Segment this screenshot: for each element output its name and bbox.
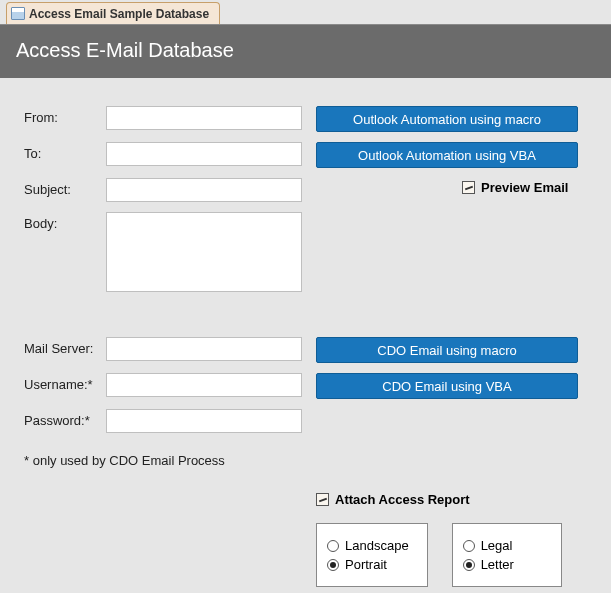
btn-outlook-vba[interactable]: Outlook Automation using VBA [316, 142, 578, 168]
radio-label-legal: Legal [481, 538, 513, 553]
radio-circle-icon [463, 559, 475, 571]
row-from: From: Outlook Automation using macro [24, 106, 587, 132]
footnote-cdo: * only used by CDO Email Process [24, 453, 587, 468]
label-from: From: [24, 106, 106, 125]
radio-label-letter: Letter [481, 557, 514, 572]
label-to: To: [24, 142, 106, 161]
radio-circle-icon [327, 540, 339, 552]
tab-title: Access Email Sample Database [29, 7, 209, 21]
radio-legal[interactable]: Legal [463, 538, 543, 553]
label-preview-email: Preview Email [481, 180, 568, 195]
page-title: Access E-Mail Database [16, 39, 234, 61]
label-attach-report: Attach Access Report [335, 492, 470, 507]
row-username: Username:* CDO Email using VBA [24, 373, 587, 399]
attach-area: Attach Access Report Landscape Portrait … [316, 492, 587, 587]
input-subject[interactable] [106, 178, 302, 202]
radio-label-landscape: Landscape [345, 538, 409, 553]
label-password: Password:* [24, 409, 106, 428]
tab-access-email-sample-db[interactable]: Access Email Sample Database [6, 2, 220, 24]
radio-circle-icon [327, 559, 339, 571]
row-body: Body: [24, 212, 587, 295]
form-body: From: Outlook Automation using macro To:… [0, 78, 611, 593]
radio-label-portrait: Portrait [345, 557, 387, 572]
btn-cdo-vba[interactable]: CDO Email using VBA [316, 373, 578, 399]
input-username[interactable] [106, 373, 302, 397]
input-body[interactable] [106, 212, 302, 292]
input-from[interactable] [106, 106, 302, 130]
radio-circle-icon [463, 540, 475, 552]
label-body: Body: [24, 212, 106, 231]
radio-landscape[interactable]: Landscape [327, 538, 409, 553]
checkbox-attach-report[interactable] [316, 493, 329, 506]
row-to: To: Outlook Automation using VBA [24, 142, 587, 168]
btn-cdo-macro[interactable]: CDO Email using macro [316, 337, 578, 363]
group-orientation: Landscape Portrait [316, 523, 428, 587]
checkbox-preview-email[interactable] [462, 181, 475, 194]
label-mailserver: Mail Server: [24, 337, 106, 356]
row-password: Password:* [24, 409, 587, 433]
row-mailserver: Mail Server: CDO Email using macro [24, 337, 587, 363]
tab-bar: Access Email Sample Database [0, 0, 611, 24]
input-password[interactable] [106, 409, 302, 433]
form-header: Access E-Mail Database [0, 24, 611, 78]
input-to[interactable] [106, 142, 302, 166]
label-username: Username:* [24, 373, 106, 392]
group-paper: Legal Letter [452, 523, 562, 587]
input-mailserver[interactable] [106, 337, 302, 361]
form-icon [11, 7, 25, 20]
label-subject: Subject: [24, 178, 106, 197]
btn-outlook-macro[interactable]: Outlook Automation using macro [316, 106, 578, 132]
radio-portrait[interactable]: Portrait [327, 557, 409, 572]
radio-letter[interactable]: Letter [463, 557, 543, 572]
row-subject: Subject: Preview Email [24, 178, 587, 202]
